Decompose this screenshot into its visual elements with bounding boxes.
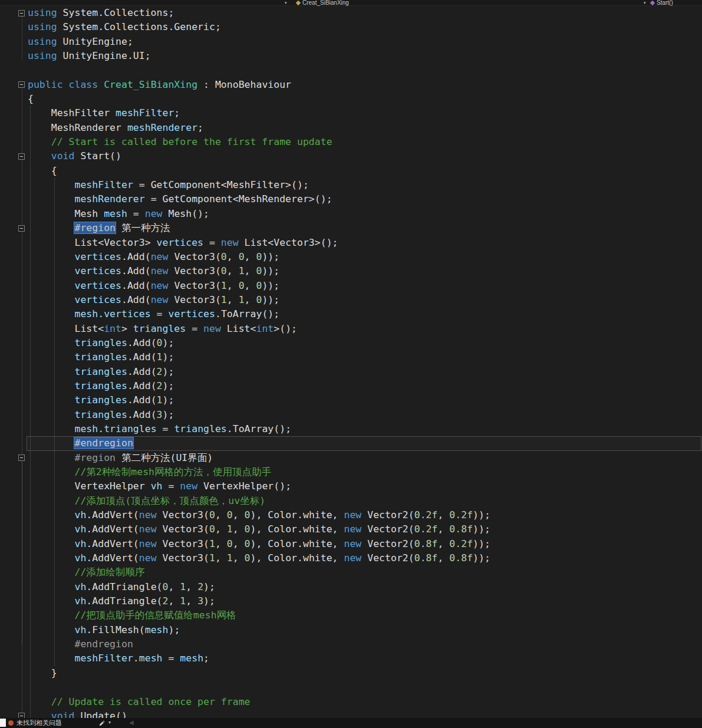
- code-line[interactable]: #region 第一种方法: [0, 221, 702, 235]
- code-line[interactable]: {: [0, 92, 702, 106]
- code-line[interactable]: vertices.Add(new Vector3(0, 0, 0));: [0, 250, 702, 264]
- code-line[interactable]: [0, 680, 702, 694]
- code-line[interactable]: //把顶点助手的信息赋值给mesh网格: [0, 608, 702, 622]
- type-dropdown[interactable]: Creat_SiBianXing: [296, 0, 349, 6]
- code-line[interactable]: vh.AddVert(new Vector3(1, 0, 0), Color.w…: [0, 537, 702, 551]
- code-line[interactable]: List<int> triangles = new List<int>();: [0, 322, 702, 336]
- code-line[interactable]: MeshRenderer meshRenderer;: [0, 121, 702, 135]
- method-icon: [650, 1, 655, 5]
- issues-indicator-icon: [8, 720, 14, 726]
- code-line[interactable]: vertices.Add(new Vector3(1, 1, 0));: [0, 293, 702, 307]
- project-dropdown-chevron-icon[interactable]: ▾: [285, 0, 287, 6]
- pen-dropdown-chevron-icon[interactable]: ▾: [108, 720, 111, 725]
- status-bar: 未找到相关问题 ▾ ◀: [0, 718, 702, 728]
- code-line[interactable]: vh.AddVert(new Vector3(0, 1, 0), Color.w…: [0, 522, 702, 536]
- code-line[interactable]: triangles.Add(2);: [0, 379, 702, 393]
- fold-toggle-icon[interactable]: [18, 225, 25, 232]
- code-line[interactable]: {: [0, 164, 702, 178]
- code-line[interactable]: public class Creat_SiBianXing : MonoBeha…: [0, 78, 702, 92]
- vs-window: { "palette": { "keyword": "#569CD6", "ty…: [0, 0, 702, 728]
- code-line[interactable]: [0, 63, 702, 77]
- code-line[interactable]: vh.AddVert(new Vector3(1, 1, 0), Color.w…: [0, 551, 702, 565]
- code-line[interactable]: //添加绘制顺序: [0, 565, 702, 579]
- code-line[interactable]: void Update(): [0, 709, 702, 718]
- code-line[interactable]: vh.AddVert(new Vector3(0, 0, 0), Color.w…: [0, 508, 702, 522]
- code-line[interactable]: //第2种绘制mesh网格的方法，使用顶点助手: [0, 465, 702, 479]
- code-line[interactable]: using UnityEngine.UI;: [0, 49, 702, 63]
- code-line[interactable]: vh.AddTriangle(2, 1, 3);: [0, 594, 702, 608]
- fold-toggle-icon[interactable]: [18, 713, 25, 718]
- code-line[interactable]: mesh.triangles = triangles.ToArray();: [0, 422, 702, 436]
- code-line[interactable]: MeshFilter meshFilter;: [0, 106, 702, 120]
- code-line[interactable]: triangles.Add(1);: [0, 350, 702, 364]
- code-line[interactable]: void Start(): [0, 149, 702, 163]
- member-dropdown-label: Start(): [657, 0, 673, 6]
- code-line[interactable]: vh.FillMesh(mesh);: [0, 623, 702, 637]
- code-line[interactable]: meshFilter.mesh = mesh;: [0, 651, 702, 666]
- left-triangle-icon[interactable]: ◀: [129, 719, 134, 726]
- code-line[interactable]: #endregion: [0, 637, 702, 651]
- fold-toggle-icon[interactable]: [18, 153, 25, 160]
- code-line[interactable]: mesh.vertices = vertices.ToArray();: [0, 307, 702, 321]
- code-line[interactable]: triangles.Add(1);: [0, 393, 702, 407]
- code-line[interactable]: triangles.Add(3);: [0, 408, 702, 422]
- code-area[interactable]: using System.Collections;using System.Co…: [0, 6, 702, 718]
- member-dropdown[interactable]: Start(): [651, 0, 673, 6]
- code-line[interactable]: // Update is called once per frame: [0, 695, 702, 709]
- code-line[interactable]: vh.AddTriangle(0, 1, 2);: [0, 580, 702, 594]
- code-line[interactable]: triangles.Add(0);: [0, 336, 702, 350]
- corner-block: [0, 719, 6, 727]
- code-line[interactable]: // Start is called before the first fram…: [0, 135, 702, 149]
- navigation-bar: ▾ Creat_SiBianXing ▾ Start(): [0, 0, 702, 6]
- code-line[interactable]: using System.Collections.Generic;: [0, 20, 702, 34]
- fold-toggle-icon[interactable]: [18, 454, 25, 461]
- code-line[interactable]: triangles.Add(2);: [0, 365, 702, 379]
- fold-toggle-icon[interactable]: [18, 10, 25, 17]
- code-line[interactable]: using UnityEngine;: [0, 35, 702, 49]
- type-dropdown-chevron-icon[interactable]: ▾: [644, 0, 646, 6]
- code-line[interactable]: vertices.Add(new Vector3(1, 0, 0));: [0, 279, 702, 293]
- code-line[interactable]: //添加顶点(顶点坐标，顶点颜色，uv坐标): [0, 494, 702, 508]
- code-line[interactable]: List<Vector3> vertices = new List<Vector…: [0, 236, 702, 250]
- code-line[interactable]: using System.Collections;: [0, 6, 702, 20]
- code-line[interactable]: }: [0, 666, 702, 680]
- code-line[interactable]: meshRenderer = GetComponent<MeshRenderer…: [0, 192, 702, 206]
- pen-icon[interactable]: [98, 719, 105, 726]
- code-line[interactable]: Mesh mesh = new Mesh();: [0, 207, 702, 221]
- code-line[interactable]: vertices.Add(new Vector3(0, 1, 0));: [0, 264, 702, 278]
- code-line[interactable]: VertexHelper vh = new VertexHelper();: [0, 479, 702, 493]
- class-icon: [296, 1, 301, 5]
- code-editor[interactable]: using System.Collections;using System.Co…: [0, 6, 702, 718]
- fold-toggle-icon[interactable]: [18, 81, 25, 88]
- code-line[interactable]: #region 第二种方法(UI界面): [0, 451, 702, 465]
- code-line[interactable]: meshFilter = GetComponent<MeshFilter>();: [0, 178, 702, 192]
- status-message: 未找到相关问题: [17, 719, 62, 727]
- code-line[interactable]: #endregion: [0, 436, 702, 450]
- type-dropdown-label: Creat_SiBianXing: [302, 0, 349, 6]
